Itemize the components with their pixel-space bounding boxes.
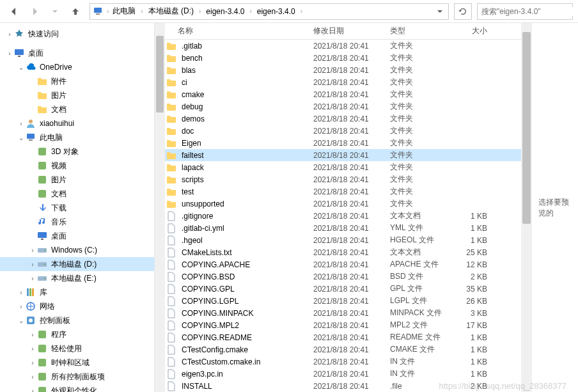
tree-item-label: 本地磁盘 (E:) (51, 273, 97, 284)
header-type[interactable]: 类型 (390, 26, 454, 36)
header-name[interactable]: 名称 (178, 26, 313, 36)
tree-item[interactable]: 图片 (0, 173, 154, 187)
up-button[interactable] (66, 3, 84, 20)
tree-chevron-icon[interactable]: › (28, 373, 37, 380)
tree-item[interactable]: ›本地磁盘 (E:) (0, 271, 154, 285)
tree-chevron-icon[interactable]: › (17, 289, 26, 296)
file-date: 2021/8/18 20:41 (313, 297, 390, 306)
tree-item[interactable]: ›xiaohuihui (0, 116, 154, 130)
file-row[interactable]: cmake2021/8/18 20:41文件夹 (155, 88, 521, 100)
breadcrumb-segment[interactable]: eigen-3.4.0 (203, 6, 247, 17)
tree-item[interactable]: ›轻松使用 (0, 341, 154, 356)
tree-item[interactable]: 视频 (0, 159, 154, 173)
tree-chevron-icon[interactable]: › (28, 261, 37, 268)
tree-chevron-icon[interactable]: › (17, 120, 26, 127)
tree-item[interactable]: ›桌面 (0, 46, 154, 60)
file-row[interactable]: bench2021/8/18 20:41文件夹 (155, 52, 521, 64)
address-dropdown-icon[interactable] (434, 3, 446, 20)
tree-item[interactable]: ›网络 (0, 299, 154, 313)
file-icon (166, 284, 176, 294)
tree-item[interactable]: 附件 (0, 74, 154, 88)
back-button[interactable] (5, 3, 23, 20)
tree-chevron-icon[interactable]: › (28, 345, 37, 352)
search-box[interactable] (477, 3, 573, 20)
file-row[interactable]: ci2021/8/18 20:41文件夹 (155, 76, 521, 88)
file-row[interactable]: failtest2021/8/18 20:41文件夹 (155, 149, 521, 161)
forward-button[interactable] (26, 3, 43, 20)
breadcrumb-segment[interactable]: 本地磁盘 (D:) (146, 4, 196, 18)
left-scrollbar[interactable] (155, 23, 165, 392)
refresh-button[interactable] (454, 3, 472, 20)
tree-chevron-icon[interactable]: › (17, 303, 26, 310)
cloud-icon (26, 62, 36, 72)
tree-item[interactable]: ›程序 (0, 327, 154, 341)
search-input[interactable] (481, 7, 577, 16)
tree-item[interactable]: ›所有控制面板项 (0, 370, 154, 384)
breadcrumb-segment[interactable]: 此电脑 (110, 4, 138, 18)
file-row[interactable]: COPYING.LGPL2021/8/18 20:41LGPL 文件26 KB (155, 295, 521, 307)
file-row[interactable]: COPYING.README2021/8/18 20:41README 文件1 … (155, 331, 521, 343)
tree-chevron-icon[interactable]: › (5, 31, 14, 38)
tree-chevron-icon[interactable]: ⌄ (17, 134, 26, 141)
file-list[interactable]: .gitlab2021/8/18 20:41文件夹bench2021/8/18 … (155, 40, 521, 392)
file-row[interactable]: debug2021/8/18 20:41文件夹 (155, 100, 521, 113)
file-row[interactable]: .gitlab-ci.yml2021/8/18 20:41YML 文件1 KB (155, 222, 521, 234)
tree-chevron-icon[interactable]: › (28, 359, 37, 366)
tree-chevron-icon[interactable]: › (28, 275, 37, 282)
file-row[interactable]: eigen3.pc.in2021/8/18 20:41IN 文件1 KB (155, 368, 521, 380)
file-row[interactable]: doc2021/8/18 20:41文件夹 (155, 125, 521, 137)
tree-item[interactable]: ⌄控制面板 (0, 313, 154, 327)
file-row[interactable]: CTestCustom.cmake.in2021/8/18 20:41IN 文件… (155, 356, 521, 368)
tree-item[interactable]: ›库 (0, 285, 154, 299)
file-row[interactable]: scripts2021/8/18 20:41文件夹 (155, 173, 521, 185)
file-row[interactable]: unsupported2021/8/18 20:41文件夹 (155, 198, 521, 210)
file-type: GPL 文件 (390, 283, 454, 294)
tree-item[interactable]: ⌄OneDrive (0, 60, 154, 74)
tree-item[interactable]: 桌面 (0, 229, 154, 243)
file-row[interactable]: CMakeLists.txt2021/8/18 20:41文本文档25 KB (155, 246, 521, 258)
tree-item[interactable]: ›时钟和区域 (0, 356, 154, 370)
tree-chevron-icon[interactable]: ⌄ (17, 317, 26, 324)
file-icon (166, 296, 176, 306)
tree-item[interactable]: ›本地磁盘 (D:) (0, 257, 154, 271)
drive-icon (37, 259, 47, 269)
tree-chevron-icon[interactable]: › (28, 388, 37, 393)
tree-item[interactable]: ›Windows (C:) (0, 243, 154, 257)
file-row[interactable]: .gitlab2021/8/18 20:41文件夹 (155, 40, 521, 52)
tree-item[interactable]: 文档 (0, 187, 154, 201)
breadcrumb-segment[interactable]: eigen-3.4.0 (254, 6, 298, 17)
tree-chevron-icon[interactable]: › (28, 331, 37, 338)
file-row[interactable]: COPYING.MPL22021/8/18 20:41MPL2 文件17 KB (155, 319, 521, 331)
file-row[interactable]: CTestConfig.cmake2021/8/18 20:41CMAKE 文件… (155, 343, 521, 356)
file-type: LGPL 文件 (390, 295, 454, 306)
tree-chevron-icon[interactable]: › (28, 247, 37, 254)
file-row[interactable]: .hgeol2021/8/18 20:41HGEOL 文件1 KB (155, 234, 521, 246)
tree-item[interactable]: 文档 (0, 102, 154, 116)
header-size[interactable]: 大小 (454, 26, 487, 36)
file-row[interactable]: COPYING.GPL2021/8/18 20:41GPL 文件35 KB (155, 283, 521, 295)
content-scrollbar[interactable] (521, 23, 532, 392)
file-row[interactable]: COPYING.MINPACK2021/8/18 20:41MINPACK 文件… (155, 307, 521, 319)
tree-item[interactable]: 下载 (0, 201, 154, 215)
tree-item[interactable]: ›快速访问 (0, 27, 154, 41)
file-row[interactable]: Eigen2021/8/18 20:41文件夹 (155, 137, 521, 149)
address-bar[interactable]: › 此电脑›本地磁盘 (D:)›eigen-3.4.0›eigen-3.4.0› (90, 3, 449, 20)
tree-item[interactable]: 图片 (0, 88, 154, 102)
file-type: 文件夹 (390, 89, 454, 100)
file-row[interactable]: blas2021/8/18 20:41文件夹 (155, 64, 521, 76)
file-name: CTestConfig.cmake (182, 345, 313, 354)
header-date[interactable]: 修改日期 (313, 26, 390, 36)
recent-dropdown[interactable] (46, 3, 64, 20)
file-row[interactable]: .gitignore2021/8/18 20:41文本文档1 KB (155, 210, 521, 222)
tree-item[interactable]: ⌄此电脑 (0, 130, 154, 145)
tree-chevron-icon[interactable]: ⌄ (17, 64, 26, 71)
file-row[interactable]: COPYING.APACHE2021/8/18 20:41APACHE 文件12… (155, 258, 521, 270)
tree-item[interactable]: 3D 对象 (0, 145, 154, 159)
tree-chevron-icon[interactable]: › (5, 50, 14, 57)
file-row[interactable]: lapack2021/8/18 20:41文件夹 (155, 161, 521, 173)
file-row[interactable]: test2021/8/18 20:41文件夹 (155, 185, 521, 198)
tree-item[interactable]: 音乐 (0, 215, 154, 229)
tree-item[interactable]: ›外观和个性化 (0, 384, 154, 392)
file-row[interactable]: demos2021/8/18 20:41文件夹 (155, 113, 521, 125)
file-row[interactable]: COPYING.BSD2021/8/18 20:41BSD 文件2 KB (155, 270, 521, 283)
